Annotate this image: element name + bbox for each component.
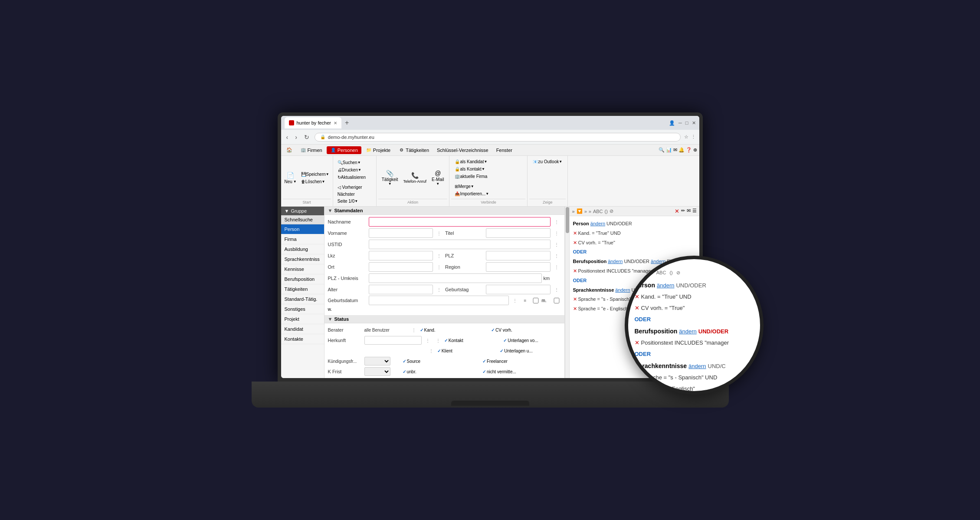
sidebar-item-standard-taetig[interactable]: Standard-Tätig.: [281, 294, 324, 304]
mag-pos-x[interactable]: ✕: [635, 337, 639, 349]
seite-button[interactable]: Seite 1/0 ▼: [336, 198, 374, 204]
herkunft-menu1[interactable]: ⋮: [423, 338, 432, 343]
sidebar-item-sprachkenntniss[interactable]: Sprachkenntniss: [281, 254, 324, 264]
geschlecht-w-checkbox[interactable]: [552, 298, 561, 303]
q-sprach-aendern1[interactable]: ändern: [615, 286, 630, 295]
menu-item-personen[interactable]: 👤 Personen: [327, 146, 361, 154]
lkz-input[interactable]: [369, 251, 433, 260]
berater-menu-button[interactable]: ⋮: [410, 327, 418, 333]
menu-item-home[interactable]: 🏠: [283, 146, 296, 154]
ustid-input[interactable]: [369, 240, 551, 249]
browser-tab[interactable]: hunter by fecher ✕: [285, 117, 342, 128]
nachname-input[interactable]: [369, 217, 551, 227]
q-spanisch-x[interactable]: ✕: [573, 295, 577, 304]
ort-menu-button[interactable]: ⋮: [435, 264, 443, 270]
plz-menu-button[interactable]: ⋮: [552, 253, 561, 259]
herkunft-input[interactable]: [364, 336, 422, 345]
menu-item-projekte[interactable]: 📁 Projekte: [362, 146, 394, 154]
sidebar-item-kennisse[interactable]: Kennisse: [281, 264, 324, 274]
close-button[interactable]: ✕: [692, 120, 696, 126]
taetigkeit-button[interactable]: 📎 Tätigkeit ▼: [380, 169, 400, 187]
plz-input[interactable]: [486, 251, 551, 260]
mag-person-link[interactable]: ändern: [657, 280, 674, 291]
mag-berufs-link[interactable]: ändern: [679, 326, 696, 337]
geburtsdatum-menu1[interactable]: ⋮: [511, 298, 519, 303]
email-button[interactable]: @ E-Mail ▼: [430, 169, 446, 187]
q-berufs-aendern1[interactable]: ändern: [608, 257, 623, 266]
menu-item-fenster[interactable]: Fenster: [493, 147, 516, 154]
sidebar-item-firma[interactable]: Firma: [281, 234, 324, 244]
q-pos-x[interactable]: ✕: [573, 267, 577, 276]
aktuelle-firma-button[interactable]: 🏢 aktuelle Firma: [453, 173, 524, 180]
sidebar-search[interactable]: Schnellsuche: [281, 215, 324, 224]
vorname-menu-button[interactable]: ⋮: [435, 230, 443, 236]
naechster-button[interactable]: Nächster: [336, 191, 374, 197]
nachname-menu-button[interactable]: ⋮: [552, 219, 561, 225]
neu-button[interactable]: 📄 Neu ▼: [283, 171, 298, 185]
menu-item-schluessel[interactable]: Schlüssel-Verzeichnisse: [433, 147, 492, 154]
importieren-button[interactable]: 📥 Importieren... ▼: [453, 191, 524, 197]
refresh-button[interactable]: ↻: [302, 133, 311, 142]
suchen-button[interactable]: 🔍 Suchen ▼: [336, 159, 374, 166]
alter-menu-button[interactable]: ⋮: [435, 287, 443, 293]
url-bar[interactable]: 🔒 demo-de.myhunter.eu: [315, 133, 681, 142]
mag-sprach-link[interactable]: ändern: [688, 361, 706, 372]
parens-icon[interactable]: (): [605, 209, 608, 214]
menu-item-firmen[interactable]: 🏢 Firmen: [297, 146, 326, 154]
maximize-button[interactable]: □: [685, 120, 688, 125]
query-mail-icon[interactable]: ✉: [687, 208, 691, 214]
q-cv-x[interactable]: ✕: [573, 239, 577, 247]
region-input[interactable]: [486, 262, 551, 272]
sidebar-item-kontakte[interactable]: Kontakte: [281, 334, 324, 344]
sidebar-item-person[interactable]: Person: [281, 224, 324, 234]
herkunft-menu2[interactable]: ⋮: [434, 338, 442, 343]
sidebar-item-kandidat[interactable]: Kandidat: [281, 324, 324, 334]
als-kandidat-button[interactable]: 🔒 als Kandidat ▼: [453, 158, 524, 165]
forward-icon[interactable]: »: [584, 209, 587, 214]
region-menu-button[interactable]: ⋮: [552, 264, 561, 270]
expand-icon[interactable]: »: [572, 209, 575, 214]
geburtstag-menu-button[interactable]: ⋮: [552, 287, 561, 293]
geburtsdatum-menu2[interactable]: ≡: [521, 298, 530, 303]
speichern-button[interactable]: 💾 Speichern ▼: [299, 171, 331, 178]
scroll-thumb[interactable]: [566, 207, 569, 233]
aktualisieren-button[interactable]: ↻ Aktualisieren: [336, 174, 374, 181]
lkz-menu1-button[interactable]: ⋮: [435, 253, 443, 259]
ustid-menu-button[interactable]: ⋮: [552, 242, 561, 247]
sidebar-item-ausbildung[interactable]: Ausbildung: [281, 244, 324, 254]
forward2-icon[interactable]: »: [589, 209, 591, 214]
telefon-button[interactable]: 📞 Telefon-Anruf: [402, 171, 429, 184]
sidebar-item-taetigkeiten[interactable]: Tätigkeiten: [281, 284, 324, 294]
abc-icon[interactable]: ABC: [593, 209, 603, 214]
star-icon[interactable]: ☆: [684, 134, 688, 140]
mag-cv-x[interactable]: ✕: [635, 303, 639, 314]
kuendigungsfrist-select[interactable]: [364, 357, 390, 365]
titel-input[interactable]: [486, 228, 551, 238]
query-close-icon[interactable]: ✕: [675, 208, 679, 214]
sidebar-item-berufsposition[interactable]: Berufsposition: [281, 274, 324, 284]
loeschen-button[interactable]: 🗑 Löschen ▼: [299, 178, 331, 185]
minimize-button[interactable]: ─: [678, 120, 682, 125]
plz-umkreis-input[interactable]: [369, 273, 542, 283]
new-tab-button[interactable]: +: [343, 119, 351, 127]
als-kontakt-button[interactable]: 🔒 als Kontakt ▼: [453, 166, 524, 172]
filter-icon[interactable]: 🔽: [577, 208, 583, 214]
geburtsdatum-input[interactable]: [369, 296, 509, 305]
sidebar-item-projekt[interactable]: Projekt: [281, 314, 324, 324]
alter-input[interactable]: [369, 285, 433, 294]
q-englisch-x[interactable]: ✕: [573, 305, 577, 313]
drucken-button[interactable]: 🖨 Drucken ▼: [336, 167, 374, 173]
query-menu-icon[interactable]: ☰: [692, 208, 697, 214]
back-button[interactable]: ‹: [285, 133, 290, 142]
mag-kand-x[interactable]: ✕: [635, 291, 639, 303]
menu-item-taetigkeiten[interactable]: ⚙ Tätigkeiten: [395, 146, 433, 154]
q-kand-x[interactable]: ✕: [573, 229, 577, 238]
zu-outlook-button[interactable]: 📧 zu Outlook ▼: [531, 158, 564, 165]
geschlecht-m-checkbox[interactable]: [531, 298, 540, 303]
menu-dots-icon[interactable]: ⋮: [691, 134, 696, 140]
klient-menu[interactable]: ⋮: [427, 348, 436, 354]
circle-icon[interactable]: ⊘: [610, 208, 613, 214]
k-frist-select[interactable]: [364, 367, 390, 376]
merge-button[interactable]: ⊞ Merge ▼: [453, 183, 524, 190]
sidebar-item-sonstiges[interactable]: Sonstiges: [281, 304, 324, 314]
